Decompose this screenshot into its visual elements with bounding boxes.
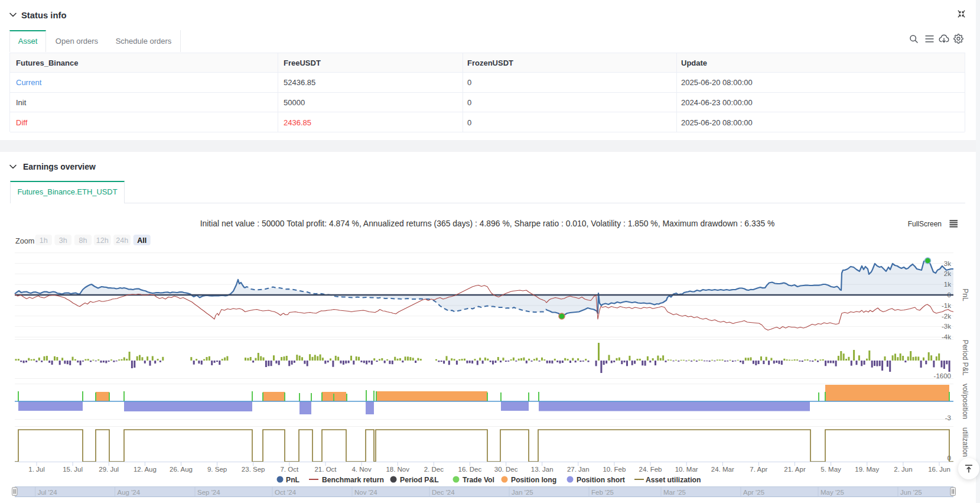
svg-text:9. Sep: 9. Sep	[207, 466, 227, 473]
svg-text:7. Oct: 7. Oct	[280, 466, 298, 473]
svg-text:16. Dec: 16. Dec	[458, 466, 482, 473]
svg-text:Zoom: Zoom	[15, 237, 34, 245]
svg-text:27. Jan: 27. Jan	[567, 466, 590, 473]
svg-text:Apr '25: Apr '25	[743, 489, 764, 496]
svg-text:Period P&L: Period P&L	[961, 340, 969, 376]
svg-text:-3k: -3k	[942, 323, 951, 330]
svg-text:PnL: PnL	[961, 288, 969, 301]
svg-text:Asset utilization: Asset utilization	[646, 476, 701, 484]
svg-text:3k: 3k	[944, 260, 951, 267]
svg-text:Position long: Position long	[511, 476, 556, 484]
svg-text:23. Sep: 23. Sep	[242, 466, 265, 473]
svg-text:15. Jul: 15. Jul	[63, 466, 83, 473]
svg-text:24. Feb: 24. Feb	[639, 466, 662, 473]
svg-text:4. Nov: 4. Nov	[351, 466, 371, 473]
svg-text:-1600: -1600	[934, 372, 951, 379]
svg-text:21. Apr: 21. Apr	[784, 466, 806, 473]
svg-text:5. May: 5. May	[821, 466, 841, 473]
svg-text:7. Apr: 7. Apr	[750, 466, 767, 473]
svg-text:FullScreen: FullScreen	[908, 220, 942, 228]
svg-text:21. Oct: 21. Oct	[314, 466, 337, 473]
svg-text:1h: 1h	[40, 236, 48, 245]
svg-text:13. Jan: 13. Jan	[531, 466, 554, 473]
svg-text:Jul '24: Jul '24	[38, 489, 57, 496]
svg-text:Sep '24: Sep '24	[197, 489, 220, 496]
svg-text:Oct '24: Oct '24	[275, 489, 297, 496]
svg-text:24. Mar: 24. Mar	[711, 466, 734, 473]
svg-text:-3: -3	[945, 414, 951, 421]
svg-text:Period P&L: Period P&L	[400, 476, 439, 484]
svg-text:8h: 8h	[79, 236, 87, 245]
svg-text:May '25: May '25	[821, 489, 844, 496]
svg-text:12. Aug: 12. Aug	[134, 466, 157, 473]
svg-text:1. Jul: 1. Jul	[28, 466, 45, 473]
svg-text:2. Jun: 2. Jun	[894, 466, 912, 473]
svg-text:vol/position: vol/position	[961, 384, 969, 419]
svg-text:24h: 24h	[116, 236, 128, 245]
svg-text:Mar '25: Mar '25	[663, 489, 686, 496]
svg-text:19. May: 19. May	[855, 466, 879, 473]
svg-text:26. Aug: 26. Aug	[170, 466, 193, 473]
svg-text:10. Feb: 10. Feb	[603, 466, 626, 473]
svg-text:12h: 12h	[96, 236, 109, 245]
svg-text:2. Dec: 2. Dec	[424, 466, 444, 473]
svg-text:16. Jun: 16. Jun	[928, 466, 950, 473]
svg-text:Nov '24: Nov '24	[354, 489, 377, 496]
svg-text:Position short: Position short	[577, 476, 625, 484]
svg-text:18. Nov: 18. Nov	[386, 466, 409, 473]
svg-text:All: All	[137, 236, 146, 245]
svg-text:29. Jul: 29. Jul	[99, 466, 119, 473]
svg-text:Jun '25: Jun '25	[900, 489, 922, 496]
svg-text:Trade Vol: Trade Vol	[463, 476, 494, 484]
svg-text:Initial net value : 50000 Tota: Initial net value : 50000 Total profit: …	[200, 219, 775, 228]
svg-text:-4k: -4k	[942, 333, 951, 340]
svg-text:Aug '24: Aug '24	[118, 489, 141, 496]
svg-text:Feb '25: Feb '25	[591, 489, 614, 496]
svg-text:PnL: PnL	[286, 476, 300, 484]
svg-text:-1k: -1k	[942, 302, 951, 309]
svg-text:Dec '24: Dec '24	[432, 489, 455, 496]
svg-text:Benchmark return: Benchmark return	[322, 476, 384, 484]
svg-text:utilization: utilization	[961, 427, 969, 457]
svg-text:-2k: -2k	[942, 313, 951, 320]
svg-text:10. Mar: 10. Mar	[675, 466, 698, 473]
svg-text:3h: 3h	[59, 236, 67, 245]
svg-text:Jan '25: Jan '25	[512, 489, 533, 496]
svg-text:30. Dec: 30. Dec	[494, 466, 518, 473]
